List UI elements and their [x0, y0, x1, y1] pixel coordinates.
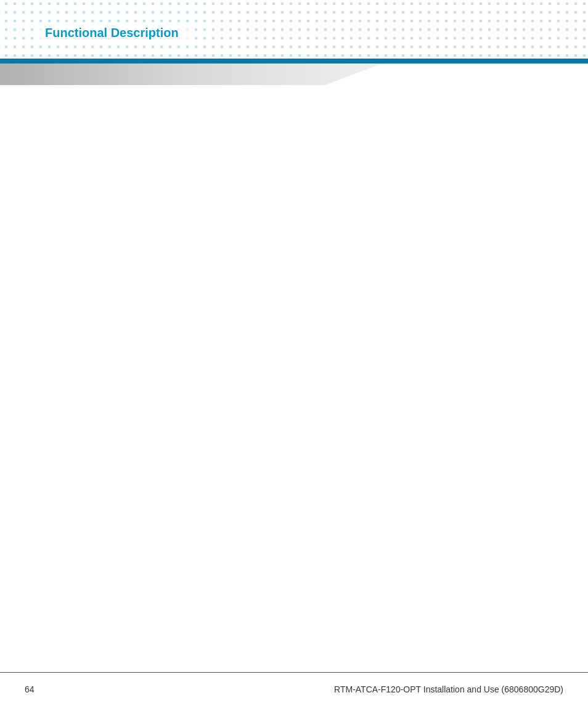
gray-wedge-area [0, 64, 588, 85]
footer-page-number: 64 [25, 684, 35, 694]
page-title: Functional Description [45, 26, 179, 40]
blue-bar [0, 59, 588, 64]
gray-wedge [0, 64, 382, 85]
header-section: Functional Description [0, 0, 588, 59]
main-content [0, 85, 588, 672]
footer-doc-title: RTM-ATCA-F120-OPT Installation and Use (… [334, 684, 563, 694]
footer: 64 RTM-ATCA-F120-OPT Installation and Us… [0, 672, 588, 706]
